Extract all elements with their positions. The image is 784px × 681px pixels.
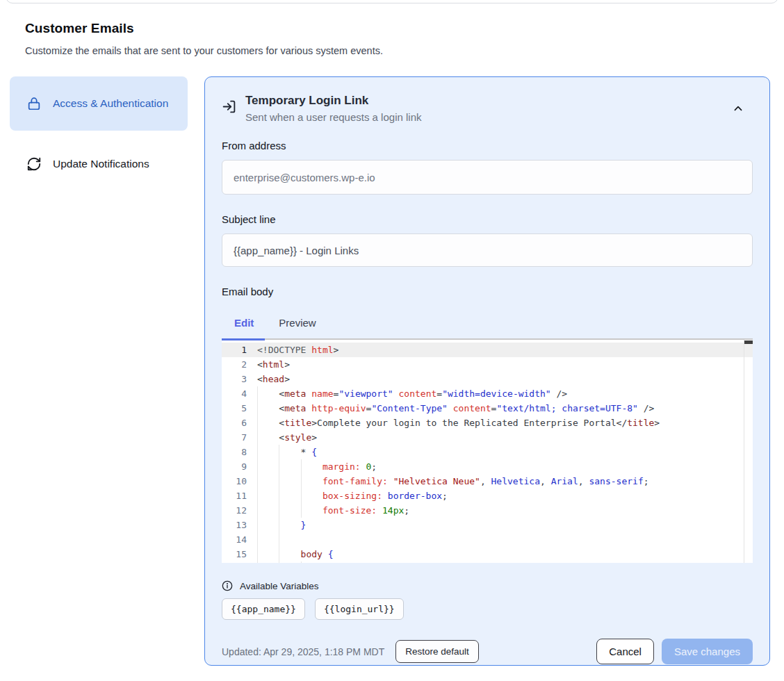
indent-guide	[279, 445, 300, 459]
indent-guide	[257, 430, 279, 445]
indent-guide	[257, 445, 279, 459]
indent-guide	[279, 532, 300, 547]
tab-edit[interactable]: Edit	[222, 309, 266, 338]
indent-guide	[301, 503, 322, 518]
email-body-editor-block: Edit Preview 1<!DOCTYPE html>2<html>3<he…	[222, 309, 753, 563]
code-editor-content: 1<!DOCTYPE html>2<html>3<head>4<meta nam…	[222, 340, 753, 563]
line-number: 4	[230, 386, 247, 401]
subject-line-input[interactable]	[222, 233, 753, 267]
line-number: 1	[230, 343, 247, 357]
indent-guide	[279, 459, 300, 474]
restore-default-button[interactable]: Restore default	[395, 640, 479, 663]
line-number: 16	[230, 561, 247, 563]
indent-guide	[301, 561, 322, 563]
info-icon	[222, 580, 233, 591]
indent-guide	[257, 416, 279, 430]
line-number: 3	[230, 372, 247, 386]
variable-chips: {{app_name}} {{login_url}}	[222, 598, 753, 620]
available-variables-row: Available Variables	[222, 580, 753, 591]
from-address-input[interactable]	[222, 160, 753, 195]
line-number: 6	[230, 416, 247, 430]
save-changes-button[interactable]: Save changes	[662, 639, 753, 664]
panel-footer: Updated: Apr 29, 2025, 1:18 PM MDT Resto…	[222, 639, 753, 664]
code-line: 13}	[222, 518, 753, 532]
code-line: 3<head>	[222, 372, 753, 386]
log-in-icon	[222, 99, 236, 114]
indent-guide	[257, 547, 279, 561]
code-line: 9margin: 0;	[222, 459, 753, 474]
email-settings-panel: Temporary Login Link Sent when a user re…	[204, 76, 770, 666]
line-number: 9	[230, 459, 247, 474]
indent-guide	[257, 459, 279, 474]
line-number: 5	[230, 401, 247, 416]
line-number: 2	[230, 357, 247, 372]
indent-guide	[301, 474, 322, 489]
line-number: 10	[230, 474, 247, 489]
code-line: 1<!DOCTYPE html>	[222, 343, 753, 357]
cancel-button[interactable]: Cancel	[596, 639, 654, 664]
sidebar-item-update-notifications[interactable]: Update Notifications	[10, 146, 188, 182]
code-line: 16background-color: #f8f8f8;	[222, 561, 753, 563]
indent-guide	[257, 532, 279, 547]
indent-guide	[279, 503, 300, 518]
indent-guide	[257, 401, 279, 416]
indent-guide	[257, 503, 279, 518]
editor-scrollbar-thumb[interactable]	[744, 340, 753, 344]
code-line: 7<style>	[222, 430, 753, 445]
code-editor[interactable]: 1<!DOCTYPE html>2<html>3<head>4<meta nam…	[222, 338, 753, 563]
indent-guide	[279, 547, 300, 561]
page-header: Customer Emails Customize the emails tha…	[25, 21, 762, 56]
line-number: 7	[230, 430, 247, 445]
code-line: 12font-size: 14px;	[222, 503, 753, 518]
sidebar-item-label: Access & Authentication	[53, 95, 168, 112]
indent-guide	[257, 518, 279, 532]
indent-guide	[279, 561, 300, 563]
line-number: 14	[230, 532, 247, 547]
panel-header: Temporary Login Link Sent when a user re…	[222, 94, 753, 123]
line-number: 11	[230, 489, 247, 503]
indent-guide	[301, 489, 322, 503]
indent-guide	[257, 474, 279, 489]
active-tab-underline	[222, 338, 265, 340]
chevron-up-icon[interactable]	[730, 101, 746, 116]
indent-guide	[279, 489, 300, 503]
editor-tabs: Edit Preview	[222, 309, 753, 338]
code-line: 14	[222, 532, 753, 547]
sidebar-item-access-authentication[interactable]: Access & Authentication	[10, 76, 188, 131]
email-body-label: Email body	[222, 286, 753, 297]
indent-guide	[301, 459, 322, 474]
code-line: 2<html>	[222, 357, 753, 372]
indent-guide	[279, 474, 300, 489]
indent-guide	[257, 386, 279, 401]
indent-guide	[257, 561, 279, 563]
subject-line-label: Subject line	[222, 213, 753, 225]
previous-card-edge	[6, 0, 778, 3]
from-address-label: From address	[222, 140, 753, 151]
variable-chip-login-url[interactable]: {{login_url}}	[315, 598, 404, 620]
variable-chip-app-name[interactable]: {{app_name}}	[222, 598, 305, 620]
editor-scrollbar-track[interactable]	[744, 340, 753, 563]
refresh-icon	[26, 156, 42, 172]
code-line: 5<meta http-equiv="Content-Type" content…	[222, 401, 753, 416]
available-variables-label: Available Variables	[240, 581, 319, 591]
code-line: 15body {	[222, 547, 753, 561]
line-number: 12	[230, 503, 247, 518]
indent-guide	[279, 518, 300, 532]
settings-sidebar: Access & Authentication Update Notificat…	[10, 76, 188, 182]
sidebar-item-label: Update Notifications	[53, 156, 149, 172]
code-line: 8* {	[222, 445, 753, 459]
updated-timestamp: Updated: Apr 29, 2025, 1:18 PM MDT	[222, 646, 384, 657]
code-line: 11box-sizing: border-box;	[222, 489, 753, 503]
code-line: 10font-family: "Helvetica Neue", Helveti…	[222, 474, 753, 489]
page-subtitle: Customize the emails that are sent to yo…	[25, 45, 762, 56]
line-number: 15	[230, 547, 247, 561]
page-title: Customer Emails	[25, 21, 762, 36]
line-number: 8	[230, 445, 247, 459]
section-subtitle: Sent when a user requests a login link	[245, 111, 421, 123]
tab-preview[interactable]: Preview	[266, 309, 328, 338]
line-number: 13	[230, 518, 247, 532]
code-line: 4<meta name="viewport" content="width=de…	[222, 386, 753, 401]
lock-icon	[26, 96, 42, 111]
section-title: Temporary Login Link	[245, 94, 421, 108]
code-line: 6<title>Complete your login to the Repli…	[222, 416, 753, 430]
